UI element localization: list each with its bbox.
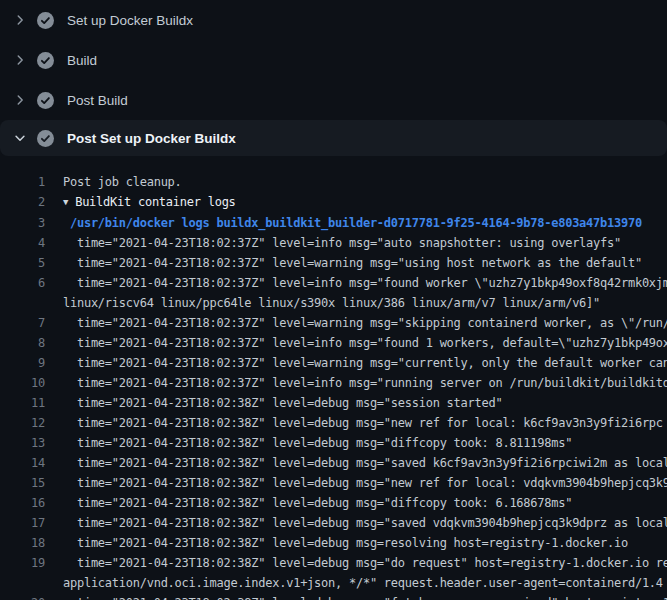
log-line: 19 time="2021-04-23T18:02:38Z" level=deb… [0, 553, 667, 593]
log-line-number[interactable]: 16 [0, 493, 45, 513]
log-line-text: time="2021-04-23T18:02:38Z" level=debug … [63, 553, 667, 593]
log-line-number[interactable]: 1 [0, 172, 45, 192]
log-line: 13 time="2021-04-23T18:02:38Z" level=deb… [0, 433, 667, 453]
log-line: 7 time="2021-04-23T18:02:37Z" level=warn… [0, 313, 667, 333]
log-line: 4 time="2021-04-23T18:02:37Z" level=info… [0, 233, 667, 253]
log-line-number[interactable]: 13 [0, 433, 45, 453]
log-line-number[interactable]: 3 [0, 213, 45, 233]
log-line: 6 time="2021-04-23T18:02:37Z" level=info… [0, 273, 667, 313]
step-label: Post Set up Docker Buildx [67, 131, 236, 146]
chevron-right-icon [12, 12, 28, 28]
step-label: Build [67, 53, 97, 68]
check-circle-icon [37, 92, 54, 109]
log-line-text: time="2021-04-23T18:02:38Z" level=debug … [63, 533, 628, 553]
log-line: 1 Post job cleanup. [0, 172, 667, 192]
log-line: 15 time="2021-04-23T18:02:38Z" level=deb… [0, 473, 667, 493]
log-line: 2 ▼BuildKit container logs [0, 192, 667, 213]
log-line: 18 time="2021-04-23T18:02:38Z" level=deb… [0, 533, 667, 553]
log-line-number[interactable]: 15 [0, 473, 45, 493]
log-line: 12 time="2021-04-23T18:02:38Z" level=deb… [0, 413, 667, 433]
log-line-text: time="2021-04-23T18:02:37Z" level=warnin… [63, 313, 667, 333]
log-line-text: /usr/bin/docker logs buildx_buildkit_bui… [63, 213, 642, 233]
log-line-number[interactable]: 9 [0, 353, 45, 373]
log-line-text: time="2021-04-23T18:02:38Z" level=debug … [63, 413, 663, 433]
log-line-text: Post job cleanup. [63, 172, 182, 192]
log-line: 14 time="2021-04-23T18:02:38Z" level=deb… [0, 453, 667, 473]
log-line-text: time="2021-04-23T18:02:38Z" level=debug … [63, 513, 667, 533]
log-line-text: time="2021-04-23T18:02:38Z" level=debug … [63, 433, 572, 453]
log-line: 3 /usr/bin/docker logs buildx_buildkit_b… [0, 213, 667, 233]
log-line: 10 time="2021-04-23T18:02:37Z" level=inf… [0, 373, 667, 393]
log-line-text: time="2021-04-23T18:02:37Z" level=info m… [63, 233, 621, 253]
check-circle-icon [37, 12, 54, 29]
log-line-number[interactable]: 14 [0, 453, 45, 473]
log-line-number[interactable]: 18 [0, 533, 45, 553]
log-line: 11 time="2021-04-23T18:02:38Z" level=deb… [0, 393, 667, 413]
log-line-text: time="2021-04-23T18:02:37Z" level=info m… [63, 333, 667, 353]
step-header-set-up-docker-buildx[interactable]: Set up Docker Buildx [0, 0, 667, 40]
log-line: 17 time="2021-04-23T18:02:38Z" level=deb… [0, 513, 667, 533]
log-line-text: time="2021-04-23T18:02:37Z" level=warnin… [63, 353, 667, 373]
chevron-right-icon [12, 92, 28, 108]
log-line-number[interactable]: 5 [0, 253, 45, 273]
log-line: 8 time="2021-04-23T18:02:37Z" level=info… [0, 333, 667, 353]
step-label: Set up Docker Buildx [67, 13, 193, 28]
check-circle-icon [37, 130, 54, 147]
log-line-number[interactable]: 12 [0, 413, 45, 433]
log-line-text: time="2021-04-23T18:02:38Z" level=debug … [63, 473, 667, 493]
log-line-number[interactable]: 7 [0, 313, 45, 333]
log-line-text: time="2021-04-23T18:02:37Z" level=info m… [63, 273, 667, 313]
log-area: 1 Post job cleanup. 2 ▼BuildKit containe… [0, 156, 667, 600]
log-line: 20 time="2021-04-23T18:02:38Z" level=deb… [0, 593, 667, 600]
step-header-build[interactable]: Build [0, 40, 667, 80]
log-line-number[interactable]: 4 [0, 233, 45, 253]
log-line-number[interactable]: 2 [0, 192, 45, 212]
log-line-number[interactable]: 8 [0, 333, 45, 353]
log-line-number[interactable]: 11 [0, 393, 45, 413]
log-line-text: time="2021-04-23T18:02:38Z" level=debug … [63, 593, 667, 600]
log-line-text: time="2021-04-23T18:02:37Z" level=warnin… [63, 253, 642, 273]
log-line: 5 time="2021-04-23T18:02:37Z" level=warn… [0, 253, 667, 273]
check-circle-icon [37, 52, 54, 69]
log-line-number[interactable]: 19 [0, 553, 45, 573]
log-line-number[interactable]: 17 [0, 513, 45, 533]
log-line-text: time="2021-04-23T18:02:38Z" level=debug … [63, 393, 502, 413]
group-label[interactable]: BuildKit container logs [75, 195, 235, 209]
step-label: Post Build [67, 93, 128, 108]
group-collapse-triangle-icon[interactable]: ▼ [63, 192, 68, 212]
log-line-text: time="2021-04-23T18:02:38Z" level=debug … [63, 453, 667, 473]
log-line-text: time="2021-04-23T18:02:38Z" level=debug … [63, 493, 572, 513]
log-line: 9 time="2021-04-23T18:02:37Z" level=warn… [0, 353, 667, 373]
log-line-text: time="2021-04-23T18:02:37Z" level=info m… [63, 373, 667, 393]
step-header-post-build[interactable]: Post Build [0, 80, 667, 120]
log-line: 16 time="2021-04-23T18:02:38Z" level=deb… [0, 493, 667, 513]
log-line-text: ▼BuildKit container logs [63, 192, 236, 213]
chevron-down-icon [12, 130, 28, 146]
step-header-post-set-up-docker-buildx[interactable]: Post Set up Docker Buildx [0, 120, 667, 156]
log-line-number[interactable]: 20 [0, 593, 45, 600]
log-line-number[interactable]: 6 [0, 273, 45, 293]
chevron-right-icon [12, 52, 28, 68]
log-line-number[interactable]: 10 [0, 373, 45, 393]
